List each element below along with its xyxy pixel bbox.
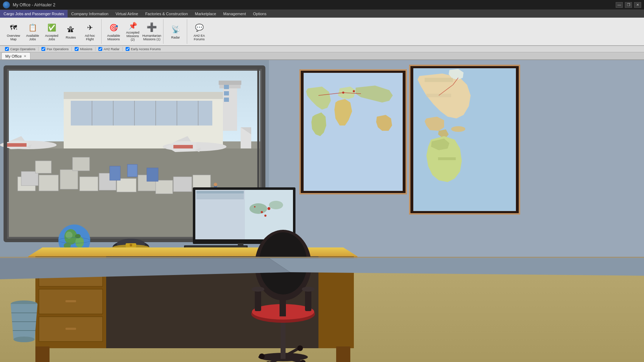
toolbar-btn-overview-map[interactable]: 🗺 OverviewMap	[4, 19, 23, 43]
menu-item-marketplace[interactable]: Marketplace	[191, 10, 220, 18]
menu-item-factories[interactable]: Factories & Construction	[142, 10, 191, 18]
available-missions-icon: 🎯	[108, 22, 119, 33]
routes-label: Routes	[66, 36, 76, 40]
toolbar-group-cargo: 🗺 OverviewMap 📋 AvailableJobs ✅ Accepted…	[2, 19, 102, 44]
svg-rect-21	[224, 85, 229, 89]
svg-rect-105	[35, 346, 50, 362]
svg-rect-48	[127, 164, 137, 177]
toolbar-btn-routes[interactable]: 🛣 Routes	[62, 19, 80, 43]
radar-icon: 📡	[170, 24, 181, 35]
checkbox-pax-ops[interactable]	[41, 47, 45, 51]
title-bar: My Office - AirHauler 2 — ❐ ✕	[0, 0, 644, 10]
toolbar: 🗺 OverviewMap 📋 AvailableJobs ✅ Accepted…	[0, 18, 644, 46]
svg-point-73	[254, 206, 255, 208]
toolbar-btn-available-missions[interactable]: 🎯 AvailableMissions	[104, 19, 123, 43]
office-svg	[0, 60, 644, 362]
toolbar-btn-humanitarian-missions[interactable]: ➕ HumanitarianMissions (1)	[143, 19, 161, 43]
svg-point-82	[75, 237, 84, 248]
svg-rect-45	[173, 177, 192, 192]
checkbox-cargo-ops[interactable]	[5, 47, 9, 51]
svg-rect-38	[39, 175, 58, 191]
svg-rect-10	[64, 92, 223, 99]
toolbar-labels: Cargo Operations Pax Operations Missions…	[0, 46, 644, 52]
minimize-button[interactable]: —	[616, 2, 623, 8]
forums-icon: 💬	[194, 22, 205, 33]
svg-rect-61	[196, 191, 244, 194]
label-missions: Missions	[72, 47, 96, 51]
svg-rect-66	[196, 199, 244, 199]
svg-rect-40	[80, 177, 98, 191]
toolbar-btn-radar[interactable]: 📡 Radar	[166, 19, 185, 43]
svg-point-119	[297, 345, 303, 351]
available-jobs-icon: 📋	[27, 22, 38, 33]
svg-rect-44	[156, 180, 173, 194]
svg-rect-63	[196, 195, 244, 196]
svg-rect-20	[219, 81, 241, 85]
restore-button[interactable]: ❐	[625, 2, 632, 8]
toolbar-group-radar: 📡 Radar	[164, 19, 187, 44]
tab-bar: My Office ✕	[0, 52, 644, 60]
toolbar-btn-accepted-jobs[interactable]: ✅ AcceptedJobs	[42, 19, 61, 43]
svg-point-155	[451, 126, 465, 132]
title-bar-controls: — ❐ ✕	[616, 2, 641, 8]
humanitarian-label: HumanitarianMissions (1)	[142, 34, 161, 41]
toolbar-btn-ad-hoc-flight[interactable]: ✈ Ad-hocFlight	[81, 19, 99, 43]
humanitarian-icon: ➕	[146, 22, 157, 33]
tab-my-office-close[interactable]: ✕	[24, 54, 27, 58]
svg-point-72	[264, 215, 266, 217]
toolbar-group-forums: 💬 AH2 EAForums	[188, 19, 211, 44]
svg-point-71	[268, 207, 270, 210]
routes-icon: 🛣	[65, 24, 76, 35]
svg-point-70	[261, 211, 263, 213]
svg-rect-33	[173, 145, 193, 148]
svg-point-69	[269, 201, 283, 209]
svg-rect-65	[196, 198, 244, 198]
svg-point-68	[249, 203, 267, 214]
svg-rect-28	[7, 143, 27, 147]
label-pax-ops: Pax Operations	[39, 47, 72, 51]
toolbar-btn-available-jobs[interactable]: 📋 AvailableJobs	[23, 19, 42, 43]
svg-point-131	[302, 287, 315, 292]
menu-item-cargo-jobs[interactable]: Cargo Jobs and Passenger Routes	[0, 10, 68, 18]
tab-my-office[interactable]: My Office ✕	[1, 52, 30, 59]
svg-rect-37	[21, 171, 38, 186]
svg-rect-50	[35, 161, 51, 173]
menu-item-management[interactable]: Management	[220, 10, 249, 18]
svg-point-118	[259, 354, 265, 359]
svg-rect-62	[196, 194, 244, 195]
svg-point-53	[214, 183, 217, 186]
checkbox-missions[interactable]	[75, 47, 79, 51]
menu-bar: Cargo Jobs and Passenger Routes Company …	[0, 10, 644, 18]
title-bar-left: My Office - AirHauler 2	[3, 1, 55, 8]
checkbox-ea-forums[interactable]	[126, 47, 130, 51]
checkbox-ah2-radar[interactable]	[98, 47, 102, 51]
label-ah2-radar: AH2 Radar	[96, 47, 123, 51]
svg-rect-22	[224, 91, 229, 95]
office-scene	[0, 60, 644, 362]
svg-rect-128	[255, 290, 261, 311]
app-logo	[3, 1, 10, 8]
accepted-jobs-icon: ✅	[46, 22, 57, 33]
main-content	[0, 60, 644, 362]
svg-rect-129	[305, 290, 311, 311]
svg-point-143	[353, 90, 355, 92]
forums-label: AH2 EAForums	[194, 34, 205, 41]
tab-my-office-label: My Office	[5, 54, 22, 58]
svg-rect-47	[110, 166, 120, 180]
svg-rect-23	[224, 98, 229, 102]
available-missions-label: AvailableMissions	[107, 34, 120, 41]
accepted-missions-icon: 📌	[127, 21, 138, 30]
menu-item-options[interactable]: Options	[249, 10, 270, 18]
label-cargo-ops: Cargo Operations	[2, 47, 39, 51]
toolbar-btn-forums[interactable]: 💬 AH2 EAForums	[190, 19, 208, 43]
label-ea-forums: Early Access Forums	[123, 47, 164, 51]
svg-point-144	[342, 92, 344, 94]
menu-item-company-info[interactable]: Company Information	[68, 10, 112, 18]
svg-rect-158	[438, 157, 456, 160]
menu-item-virtual-airline[interactable]: Virtual Airline	[112, 10, 142, 18]
toolbar-group-missions: 🎯 AvailableMissions 📌 AcceptedMissions (…	[102, 19, 163, 44]
toolbar-btn-accepted-missions[interactable]: 📌 AcceptedMissions (2)	[123, 19, 142, 43]
close-button[interactable]: ✕	[634, 2, 641, 8]
svg-rect-64	[196, 197, 244, 197]
accepted-jobs-label: AcceptedJobs	[45, 34, 58, 41]
